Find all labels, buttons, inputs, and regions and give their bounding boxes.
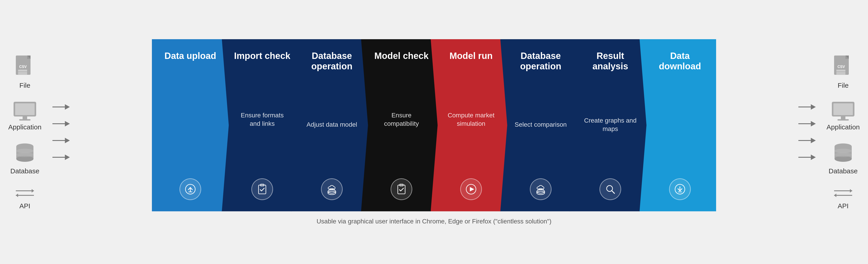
svg-rect-9 [23,116,27,119]
bottom-note: Usable via graphical user interface in C… [316,218,551,225]
right-file-item: CSV File [833,54,853,89]
main-container: CSV File Application [0,0,868,264]
block-data-upload-desc [188,61,193,178]
upload-icon [180,178,201,200]
blocks-row: Data upload Import check Ensure f [152,39,716,211]
left-arrows [50,104,72,160]
cloud-database-icon [321,178,343,200]
right-app-label: Application [827,123,860,131]
block-result-analysis-title: Result analysis [581,51,640,71]
right-arrows [796,104,818,160]
block-model-check: Model check Ensure compatibility [361,39,438,211]
svg-line-38 [612,191,614,193]
file-icon: CSV [15,54,35,79]
right-file-label: File [838,82,848,89]
bottom-note-wrapper: Usable via graphical user interface in C… [316,218,551,225]
left-arrow-4 [53,155,70,160]
block-data-upload-title: Data upload [164,51,216,61]
block-data-upload: Data upload [152,39,229,211]
cloud-db-2-icon [530,178,552,200]
right-app-item: Application [827,101,860,131]
api-icon [15,186,35,200]
svg-rect-50 [833,103,853,115]
left-arrow-3 [53,138,70,143]
block-model-run-desc: Compute market simulation [442,61,500,178]
right-file-icon: CSV [833,54,853,79]
right-arrow-2 [798,121,816,127]
download-icon [669,178,691,200]
left-api-item: API [15,186,35,210]
full-layout: CSV File Application [0,0,868,264]
block-data-download: Data download [639,39,716,211]
block-result-analysis: Result analysis Create graphs and maps [569,39,647,211]
left-app-label: Application [8,123,41,131]
left-db-label: Database [10,167,39,175]
svg-text:CSV: CSV [837,65,845,69]
block-model-check-desc: Ensure compatibility [372,61,431,178]
svg-text:CSV: CSV [19,65,27,69]
right-side-panel: CSV File Application [818,54,868,210]
svg-marker-59 [850,189,852,193]
block-model-run: Model run Compute market simulation [430,39,507,211]
right-arrow-4 [798,155,816,160]
svg-rect-23 [258,185,266,194]
block-data-download-desc [678,71,682,178]
left-api-label: API [20,202,30,210]
block-result-analysis-desc: Create graphs and maps [581,71,640,178]
left-app-item: Application [8,101,41,131]
right-api-icon [833,186,853,200]
left-arrow-2 [53,121,70,127]
left-arrow-1 [53,104,70,110]
right-db-item: Database [829,142,858,175]
clipboard-check-icon [251,178,273,200]
svg-marker-32 [470,187,474,191]
svg-rect-29 [398,185,405,194]
right-monitor-icon [831,101,856,121]
block-import-check-desc: Ensure formats and links [233,61,291,178]
left-side-panel: CSV File Application [0,54,50,210]
right-api-item: API [833,186,853,210]
right-arrow-1 [798,104,816,110]
block-import-check-title: Import check [234,51,290,61]
play-icon [460,178,482,200]
search-icon [599,178,621,200]
svg-marker-19 [16,193,18,197]
database-icon [15,142,35,165]
svg-rect-52 [837,119,849,121]
left-db-item: Database [10,142,39,175]
block-database-op-1: Database operation Adjust data model [291,39,368,211]
svg-point-57 [835,153,852,157]
svg-marker-61 [834,193,836,197]
block-database-op-2-title: Database operation [511,51,570,71]
block-data-download-title: Data download [651,51,709,71]
model-check-icon [391,178,412,200]
right-api-label: API [838,202,848,210]
block-database-op-2: Database operation Select comparison [500,39,577,211]
blocks-area: Data upload Import check Ensure f [72,39,796,225]
block-database-op-2-desc: Select comparison [513,71,569,178]
block-model-check-title: Model check [374,51,429,61]
monitor-icon [12,101,37,121]
left-file-label: File [20,82,30,89]
svg-rect-8 [15,103,35,115]
right-db-label: Database [829,167,858,175]
svg-point-15 [16,153,33,157]
block-database-op-1-title: Database operation [303,51,361,71]
left-file-item: CSV File [15,54,35,89]
svg-rect-51 [841,116,845,119]
svg-rect-10 [19,119,31,121]
block-import-check: Import check Ensure formats and links [221,39,298,211]
right-arrow-3 [798,138,816,143]
block-database-op-1-desc: Adjust data model [304,71,360,178]
block-model-run-title: Model run [450,51,493,61]
right-database-icon [833,142,853,165]
svg-marker-17 [32,189,34,193]
